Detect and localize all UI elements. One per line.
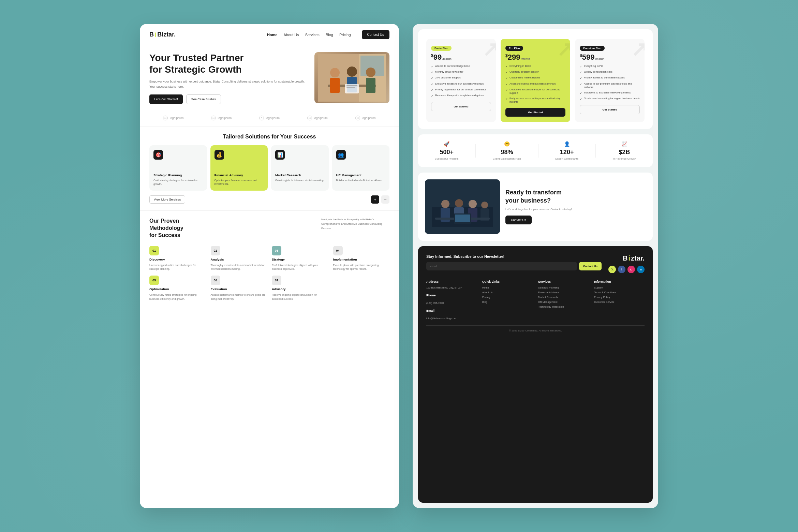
social-icon-linkedin[interactable]: in (637, 266, 645, 273)
social-icon-instagram[interactable]: ig (627, 266, 635, 273)
arrow-next-button[interactable]: → (381, 195, 389, 204)
feature-p2: ✓Quarterly strategy session (505, 70, 565, 74)
plan-tag-pro: Pro Plan (505, 46, 523, 51)
case-studies-button[interactable]: See Case Studies (186, 94, 221, 104)
svg-point-19 (469, 200, 477, 208)
footer-address-title: Address (426, 280, 477, 283)
nav-pricing[interactable]: Pricing (339, 33, 351, 37)
step-name-2: Analysis (211, 257, 267, 261)
footer-info-customer[interactable]: Customer Service (594, 300, 645, 304)
footer-brand-logo: Biztar. (623, 254, 645, 262)
svg-point-8 (366, 68, 375, 77)
footer-quicklink-blog[interactable]: Blog (482, 300, 533, 304)
feature-p3: ✓Customized market reports (505, 76, 565, 80)
plan-features-basic: ✓Access to our knowledge base ✓Monthly e… (431, 64, 491, 98)
nav-services[interactable]: Services (305, 33, 320, 37)
footer-service-market[interactable]: Market Research (538, 296, 589, 299)
stat-divider-2 (538, 144, 538, 158)
footer-service-tech[interactable]: Technology Integration (538, 305, 589, 308)
pricing-grid: ↗ Basic Plan $99/month ✓Access to our kn… (426, 39, 645, 122)
footer-service-financial[interactable]: Financial Advisory (538, 291, 589, 294)
footer-col-address: Address 123 Business Blvd, City, ST ZIP … (426, 280, 477, 320)
feature-b6: ✓Resource library with templates and gui… (431, 94, 491, 98)
footer-quicklink-about[interactable]: About Us (482, 291, 533, 294)
footer-information-title: Information (594, 280, 645, 283)
feature-p4: ✓Access to events and business seminars (505, 82, 565, 86)
cta-text: Ready to transform your business? Let's … (505, 189, 646, 224)
logo-icon-1: ◎ (163, 116, 168, 120)
stat-divider-1 (475, 144, 476, 158)
footer-col-information: Information Support Terms & Conditions P… (594, 280, 645, 320)
footer-quicklink-pricing[interactable]: Pricing (482, 296, 533, 299)
newsletter-email-input[interactable] (426, 262, 577, 270)
service-name-hr: HR Management (336, 173, 386, 177)
view-more-button[interactable]: View More Services (149, 195, 185, 204)
watermark-pro: ↗ (557, 39, 570, 61)
footer-col-services: Services Strategic Planning Financial Ad… (538, 280, 589, 320)
hero-illustration (318, 54, 386, 102)
hero-text: Your Trusted Partner for Strategic Growt… (149, 52, 308, 104)
logo-icon-3: ✕ (259, 116, 264, 120)
step-desc-2: Thoroughly examine data and market trend… (211, 263, 267, 271)
cta-contact-button[interactable]: Contact Us (505, 216, 532, 224)
footer-links: Address 123 Business Blvd, City, ST ZIP … (426, 280, 645, 320)
check-icon: ✓ (431, 71, 433, 74)
get-started-basic-button[interactable]: Get Started (431, 102, 491, 111)
step-num-3: 03 (272, 246, 281, 255)
step-num-4: 04 (333, 246, 343, 255)
step-desc-1: Uncover opportunities and challenges for… (149, 263, 206, 271)
check-icon: ✓ (580, 71, 582, 74)
footer-services-title: Services (538, 280, 589, 283)
check-icon: ✓ (580, 91, 582, 95)
nav-links: Home About Us Services Blog Pricing (267, 33, 351, 37)
get-started-button[interactable]: Let's Get Started! (149, 94, 183, 104)
feature-pr3: ✓Priority access to our masterclasses (580, 76, 640, 80)
nav-contact-button[interactable]: Contact Us (362, 30, 389, 39)
pricing-card-pro: ↗ Pro Plan $299/month ✓Everything in Bas… (501, 39, 570, 122)
footer-service-strategic[interactable]: Strategic Planning (538, 286, 589, 289)
services-title: Tailored Solutions for Your Success (149, 134, 389, 140)
service-card-strategic: 🎯 Strategic Planning Craft winning strat… (149, 145, 207, 191)
footer-quicklinks-items: Home About Us Pricing Blog (482, 286, 533, 304)
check-icon: ✓ (431, 88, 433, 92)
pricing-card-basic: ↗ Basic Plan $99/month ✓Access to our kn… (426, 39, 496, 122)
logo-icon-4: ◎ (307, 116, 312, 120)
nav-home[interactable]: Home (267, 33, 278, 37)
svg-point-4 (330, 68, 340, 77)
watermark-premium: ↗ (631, 39, 645, 61)
nav-about[interactable]: About Us (283, 33, 299, 37)
step-num-2: 02 (211, 246, 220, 255)
step-strategy: 03 Strategy Craft tailored strategies al… (272, 246, 328, 271)
plan-features-pro: ✓Everything in Basic ✓Quarterly strategy… (505, 64, 565, 104)
footer-quicklinks-title: Quick Links (482, 280, 533, 283)
get-started-pro-button[interactable]: Get Started (505, 108, 565, 117)
footer-info-terms[interactable]: Terms & Conditions (594, 291, 645, 294)
stat-consultants: 👤 120+ Expert Consultants (555, 141, 578, 160)
stats-section: 🚀 500+ Successful Projects 😊 98% Client … (418, 134, 653, 167)
service-desc-market: Gain insights for informed decision-maki… (275, 178, 325, 182)
footer-service-hr[interactable]: HR Management (538, 300, 589, 304)
nav-blog[interactable]: Blog (326, 33, 333, 37)
feature-b1: ✓Access to our knowledge base (431, 64, 491, 69)
footer-info-support[interactable]: Support (594, 286, 645, 289)
step-num-5: 05 (149, 276, 159, 285)
stat-satisfaction-label: Client Satisfaction Rate (493, 157, 521, 160)
stat-revenue: 📈 $2B In Revenue Growth (612, 141, 636, 160)
check-icon: ✓ (505, 71, 508, 74)
revenue-icon: 📈 (621, 141, 627, 147)
logo-icon-2: ◎ (211, 116, 216, 120)
social-icon-facebook[interactable]: f (618, 266, 625, 273)
arrow-prev-button[interactable]: + (371, 195, 379, 204)
footer-info-privacy[interactable]: Privacy Policy (594, 296, 645, 299)
social-icon-twitter[interactable]: 𝕏 (608, 266, 616, 273)
step-desc-3: Craft tailored strategies aligned with y… (272, 263, 328, 271)
step-name-1: Discovery (149, 257, 206, 261)
svg-rect-11 (346, 85, 357, 86)
check-icon: ✓ (505, 65, 508, 69)
footer-quicklink-home[interactable]: Home (482, 286, 533, 289)
newsletter-submit-button[interactable]: Contact Us (579, 262, 602, 270)
get-started-premium-button[interactable]: Get Started (580, 105, 640, 114)
check-icon: ✓ (580, 65, 582, 69)
step-desc-6: Assess performance metrics to ensure goa… (211, 293, 267, 301)
step-name-5: Optimization (149, 287, 206, 291)
